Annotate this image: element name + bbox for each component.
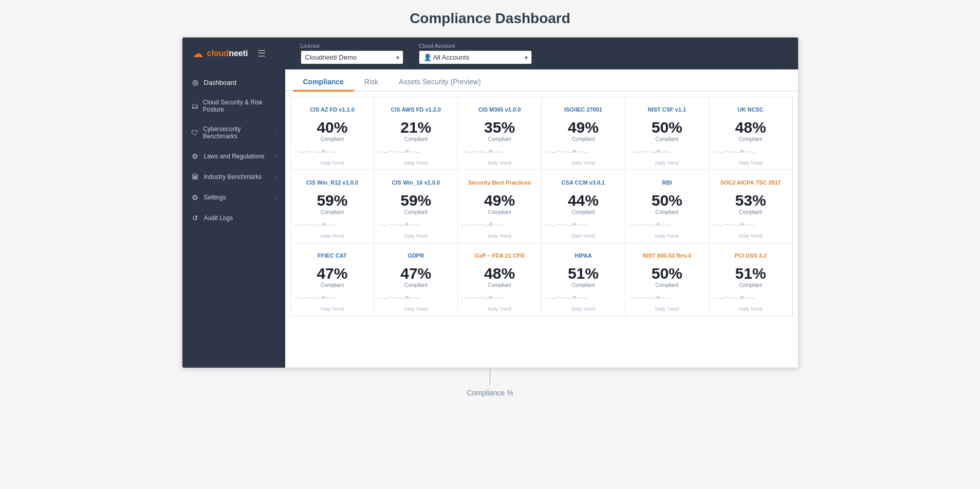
bottom-tooltip-area: Compliance %	[467, 369, 513, 397]
sidebar-item-audit[interactable]: ↺ Audit Logs	[182, 208, 285, 228]
compliance-card[interactable]: ISO/IEC 27001 49% Compliant Daily Trend	[542, 97, 625, 170]
audit-icon: ↺	[191, 214, 200, 222]
compliance-card[interactable]: CIS Win_16 v1.0.0 59% Compliant Daily Tr…	[374, 170, 457, 243]
card-title: CSA CCM v3.0.1	[562, 175, 605, 190]
card-title: UK NCSC	[738, 102, 764, 117]
tab-risk[interactable]: Risk	[354, 74, 389, 92]
card-percent: 44%	[568, 193, 599, 208]
compliance-card[interactable]: HIPAA 51% Compliant Daily Trend	[542, 243, 625, 316]
hamburger-icon[interactable]: ☰	[257, 48, 266, 59]
license-select[interactable]: Cloudneeti Demo	[301, 50, 403, 64]
card-percent: 40%	[317, 120, 347, 135]
card-daily-trend: Daily Trend	[655, 306, 679, 312]
card-title: CIS AZ FD v1.1.0	[310, 102, 355, 117]
card-title: CIS M365 v1.0.0	[478, 102, 521, 117]
compliance-card[interactable]: GxP – FDA 21 CFR 48% Compliant Daily Tre…	[458, 243, 541, 316]
license-field-group: License Cloudneeti Demo	[301, 43, 403, 64]
sidebar-item-laws[interactable]: ⚙ Laws and Regulations ‹	[182, 146, 285, 167]
card-percent: 53%	[735, 193, 766, 208]
trend-sparkline	[462, 218, 537, 232]
sidebar: ◎ Dashboard 🗂 Cloud Security & Risk Post…	[182, 69, 285, 368]
card-percent: 35%	[484, 120, 515, 135]
tab-compliance[interactable]: Compliance	[293, 74, 354, 92]
card-title: Security Best Practices	[468, 175, 531, 190]
card-compliant: Compliant	[488, 136, 511, 142]
compliance-card[interactable]: PCI DSS 3.2 51% Compliant Daily Trend	[709, 243, 792, 316]
card-title: CIS Win_16 v1.0.0	[392, 175, 440, 190]
card-title: FFIEC CAT	[318, 248, 347, 263]
license-label: License	[301, 43, 403, 49]
logo-prefix: cloud	[207, 49, 229, 58]
sidebar-item-dashboard[interactable]: ◎ Dashboard	[182, 72, 285, 93]
cloud-account-select[interactable]: 👤 All Accounts	[419, 50, 532, 64]
card-title: ISO/IEC 27001	[564, 102, 602, 117]
compliance-card[interactable]: CIS AWS FD v1.2.0 21% Compliant Daily Tr…	[374, 97, 457, 170]
chevron-icon-laws: ‹	[275, 154, 276, 159]
card-title: CIS Win_R12 v1.0.0	[306, 175, 358, 190]
cloud-account-field-group: Cloud Account 👤 All Accounts	[419, 43, 532, 64]
card-daily-trend: Daily Trend	[571, 306, 595, 312]
tab-assets-security[interactable]: Assets Security (Preview)	[389, 74, 491, 92]
card-percent: 21%	[400, 120, 431, 135]
logo-suffix: neeti	[229, 49, 248, 58]
card-daily-trend: Daily Trend	[321, 233, 344, 239]
compliance-card[interactable]: CIS Win_R12 v1.0.0 59% Compliant Daily T…	[291, 170, 374, 243]
sidebar-item-cybersecurity[interactable]: 🛡 Cybersecurity Benchmarks ‹	[182, 119, 285, 146]
trend-sparkline	[630, 218, 705, 232]
sidebar-item-label-cybersecurity: Cybersecurity Benchmarks	[203, 125, 271, 140]
card-compliant: Compliant	[571, 282, 595, 288]
card-daily-trend: Daily Trend	[404, 233, 428, 239]
compliance-grid: CIS AZ FD v1.1.0 40% Compliant Daily Tre…	[290, 97, 793, 316]
logo-text: cloudneeti	[207, 49, 248, 58]
card-daily-trend: Daily Trend	[571, 233, 595, 239]
page-title: Compliance Dashboard	[410, 10, 570, 27]
card-compliant: Compliant	[321, 136, 344, 142]
card-compliant: Compliant	[739, 209, 762, 215]
compliance-card[interactable]: NIST CSF v1.1 50% Compliant Daily Trend	[625, 97, 709, 170]
compliance-card[interactable]: GDPR 47% Compliant Daily Trend	[374, 243, 457, 316]
card-title: GDPR	[408, 248, 424, 263]
laws-icon: ⚙	[191, 152, 200, 160]
card-compliant: Compliant	[404, 136, 428, 142]
card-percent: 51%	[735, 266, 766, 281]
card-percent: 48%	[484, 266, 515, 281]
page-wrapper: Compliance Dashboard ☁ cloudneeti ☰ Lice…	[0, 0, 980, 407]
card-title: RBI	[662, 175, 672, 190]
card-title: CIS AWS FD v1.2.0	[391, 102, 441, 117]
industry-icon: 🏛	[191, 173, 200, 181]
chevron-icon-settings: ‹	[275, 195, 276, 201]
compliance-card[interactable]: RBI 50% Compliant Daily Trend	[625, 170, 709, 243]
card-daily-trend: Daily Trend	[321, 306, 344, 312]
card-daily-trend: Daily Trend	[321, 160, 344, 166]
card-compliant: Compliant	[571, 136, 595, 142]
card-title: NIST CSF v1.1	[648, 102, 686, 117]
compliance-card[interactable]: CIS M365 v1.0.0 35% Compliant Daily Tren…	[458, 97, 541, 170]
cloud-security-icon: 🗂	[191, 102, 199, 110]
card-percent: 49%	[568, 120, 599, 135]
trend-sparkline	[546, 145, 621, 159]
compliance-card[interactable]: CIS AZ FD v1.1.0 40% Compliant Daily Tre…	[291, 97, 374, 170]
compliance-card[interactable]: NIST 800-53 Rev.4 50% Compliant Daily Tr…	[625, 243, 709, 316]
sidebar-item-label-cloud-security: Cloud Security & Risk Posture	[203, 99, 277, 113]
trend-sparkline	[713, 291, 788, 305]
card-percent: 48%	[735, 120, 766, 135]
sidebar-item-industry[interactable]: 🏛 Industry Benchmarks ‹	[182, 167, 285, 187]
compliance-card[interactable]: FFIEC CAT 47% Compliant Daily Trend	[291, 243, 374, 316]
cloud-account-label: Cloud Account	[419, 43, 532, 49]
cloud-account-select-wrapper: 👤 All Accounts	[419, 50, 532, 64]
card-compliant: Compliant	[739, 282, 762, 288]
sidebar-item-cloud-security[interactable]: 🗂 Cloud Security & Risk Posture	[182, 93, 285, 119]
card-title: GxP – FDA 21 CFR	[474, 248, 524, 263]
trend-sparkline	[295, 145, 370, 159]
card-compliant: Compliant	[655, 282, 678, 288]
compliance-card[interactable]: UK NCSC 48% Compliant Daily Trend	[709, 97, 792, 170]
card-daily-trend: Daily Trend	[488, 233, 511, 239]
card-title: NIST 800-53 Rev.4	[643, 248, 691, 263]
cybersecurity-icon: 🛡	[191, 129, 199, 137]
settings-icon: ⚙	[191, 193, 200, 202]
card-percent: 59%	[317, 193, 347, 208]
compliance-card[interactable]: Security Best Practices 49% Compliant Da…	[458, 170, 541, 243]
sidebar-item-settings[interactable]: ⚙ Settings ‹	[182, 187, 285, 208]
compliance-card[interactable]: CSA CCM v3.0.1 44% Compliant Daily Trend	[542, 170, 625, 243]
compliance-card[interactable]: SOC2 AICPA TSC 2017 53% Compliant Daily …	[709, 170, 792, 243]
